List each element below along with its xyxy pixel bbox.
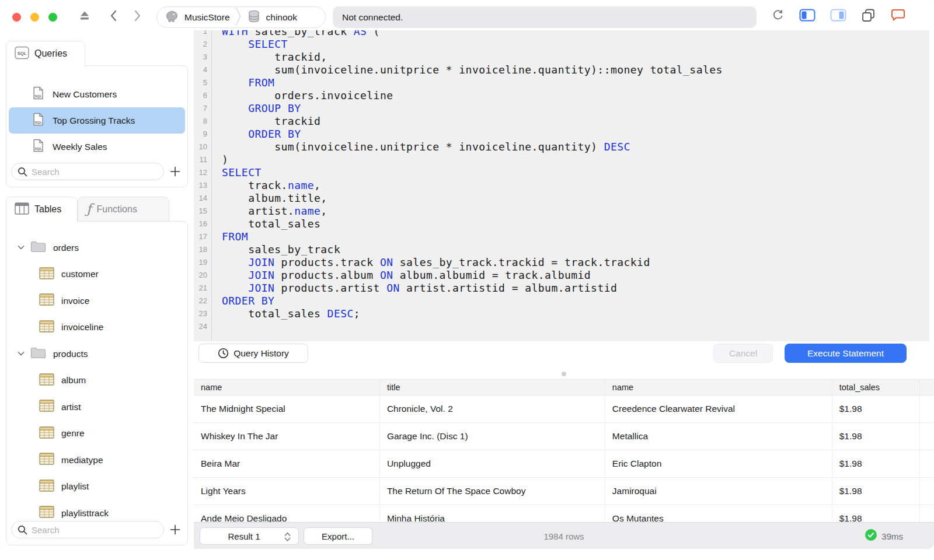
eject-button[interactable] <box>78 9 92 23</box>
table-cell[interactable]: Minha História <box>380 505 605 522</box>
column-header[interactable]: total_sales <box>832 380 920 395</box>
tables-search-input[interactable] <box>11 521 164 538</box>
editor-code-area[interactable]: WITH sales_by_track AS ( SELECT trackid,… <box>212 30 929 341</box>
query-list-item[interactable]: SQL New Customers <box>9 81 185 107</box>
result-selector[interactable]: Result 1 <box>200 527 299 545</box>
column-header[interactable]: title <box>380 380 605 395</box>
table-cell[interactable]: $1.98 <box>832 505 920 522</box>
table-label: album <box>61 375 86 386</box>
table-cell[interactable]: Chronicle, Vol. 2 <box>380 396 605 422</box>
table-cell[interactable]: Jamiroquai <box>605 478 832 505</box>
table-cell[interactable]: Light Years <box>194 478 380 505</box>
tree-table-row[interactable]: invoiceline <box>6 314 187 341</box>
results-resize-handle[interactable] <box>562 372 566 376</box>
zoom-button[interactable] <box>48 13 57 22</box>
window-tabs-button[interactable] <box>861 8 876 23</box>
code-line: WITH sales_by_track AS ( <box>222 30 929 38</box>
table-label: playlist <box>61 481 89 492</box>
table-cell[interactable]: The Return Of The Space Cowboy <box>380 478 605 505</box>
table-cell[interactable]: Whiskey In The Jar <box>194 423 380 450</box>
tree-table-row[interactable]: album <box>6 368 187 394</box>
table-cell[interactable]: $1.98 <box>832 396 920 422</box>
editor-gutter: 123456789101112131415161718192021222324 <box>194 30 212 341</box>
queries-search-input[interactable] <box>11 163 164 180</box>
code-line: sales_by_track <box>222 243 929 256</box>
tree-table-row[interactable]: mediatype <box>6 447 187 474</box>
toggle-left-sidebar-button[interactable] <box>799 9 815 22</box>
code-line: track.name, <box>222 179 929 192</box>
tree-table-row[interactable]: genre <box>6 421 187 447</box>
cancel-button[interactable]: Cancel <box>713 344 773 363</box>
result-selector-label: Result 1 <box>228 531 260 541</box>
export-button[interactable]: Export... <box>304 527 372 545</box>
query-list-item[interactable]: SQL Weekly Sales <box>9 134 185 160</box>
tree-table-row[interactable]: artist <box>6 394 187 421</box>
table-label: genre <box>61 428 85 439</box>
add-query-button[interactable] <box>168 164 183 179</box>
tab-functions[interactable]: ƒ Functions <box>78 197 169 221</box>
tab-tables[interactable]: Tables <box>6 197 78 222</box>
table-row[interactable]: Ande Meio DesligadoMinha HistóriaOs Muta… <box>194 505 934 522</box>
sql-file-icon: SQL <box>33 113 44 128</box>
line-number: 3 <box>194 51 211 64</box>
table-cell[interactable]: $1.98 <box>832 423 920 450</box>
table-cell[interactable]: $1.98 <box>832 450 920 477</box>
table-label: invoiceline <box>61 322 103 332</box>
table-cell[interactable]: Creedence Clearwater Revival <box>605 396 832 422</box>
tab-queries[interactable]: SQL Queries <box>6 41 85 66</box>
table-row[interactable]: Light YearsThe Return Of The Space Cowbo… <box>194 478 934 505</box>
svg-text:SQL: SQL <box>34 94 42 98</box>
svg-text:SQL: SQL <box>34 120 42 124</box>
table-cell[interactable]: Eric Clapton <box>605 450 832 477</box>
line-number: 7 <box>194 102 211 115</box>
chevron-down-icon[interactable] <box>17 349 25 359</box>
add-icon <box>169 523 182 536</box>
sort-chevrons-icon <box>283 531 292 544</box>
table-row[interactable]: Whiskey In The JarGarage Inc. (Disc 1)Me… <box>194 423 934 450</box>
query-history-button[interactable]: Query History <box>198 344 308 363</box>
query-list-item[interactable]: SQL Top Grossing Tracks <box>9 107 185 134</box>
table-row[interactable]: Beira MarUnpluggedEric Clapton$1.98 <box>194 450 934 478</box>
table-cell[interactable]: The Midnight Special <box>194 396 380 422</box>
feedback-button[interactable] <box>890 8 906 22</box>
table-cell[interactable]: Metallica <box>605 423 832 450</box>
execute-statement-button[interactable]: Execute Statement <box>785 344 907 363</box>
tree-table-row[interactable]: customer <box>6 261 187 288</box>
tree-table-row[interactable]: invoice <box>6 288 187 314</box>
table-cell[interactable]: Unplugged <box>380 450 605 477</box>
line-number: 11 <box>194 153 211 166</box>
close-button[interactable] <box>12 13 21 22</box>
line-number: 2 <box>194 38 211 51</box>
line-number: 12 <box>194 166 211 179</box>
column-header[interactable]: name <box>194 380 380 395</box>
table-row[interactable]: The Midnight SpecialChronicle, Vol. 2Cre… <box>194 396 934 423</box>
minimize-button[interactable] <box>30 13 39 22</box>
tree-folder-row[interactable]: products <box>6 341 187 368</box>
table-cell[interactable]: Ande Meio Desligado <box>194 505 380 522</box>
add-table-button[interactable] <box>168 522 183 537</box>
back-button[interactable] <box>107 9 120 23</box>
toggle-right-sidebar-button[interactable] <box>830 9 846 22</box>
tree-table-row[interactable]: playlist <box>6 474 187 501</box>
queries-list: SQL New Customers SQL Top Grossing Track… <box>6 66 187 160</box>
breadcrumb[interactable]: MusicStore chinook <box>156 6 326 28</box>
app-window: MusicStore chinook Not connected. <box>0 0 934 549</box>
forward-button[interactable] <box>131 9 144 23</box>
connection-status-field: Not connected. <box>333 6 757 28</box>
code-line: trackid <box>222 115 929 128</box>
code-line: GROUP BY <box>222 102 929 115</box>
line-number: 9 <box>194 128 211 141</box>
column-header[interactable]: name <box>605 380 832 395</box>
chevron-down-icon[interactable] <box>17 243 25 253</box>
table-cell[interactable]: Garage Inc. (Disc 1) <box>380 423 605 450</box>
table-label: invoice <box>61 296 89 306</box>
refresh-button[interactable] <box>771 8 785 22</box>
tree-table-row[interactable]: playlisttrack <box>6 500 187 522</box>
table-cell[interactable]: $1.98 <box>832 478 920 505</box>
feedback-icon <box>890 8 906 22</box>
sql-editor[interactable]: 123456789101112131415161718192021222324 … <box>194 30 929 341</box>
line-number: 22 <box>194 295 211 307</box>
tree-folder-row[interactable]: orders <box>6 235 187 261</box>
table-cell[interactable]: Beira Mar <box>194 450 380 477</box>
table-cell[interactable]: Os Mutantes <box>605 505 832 522</box>
